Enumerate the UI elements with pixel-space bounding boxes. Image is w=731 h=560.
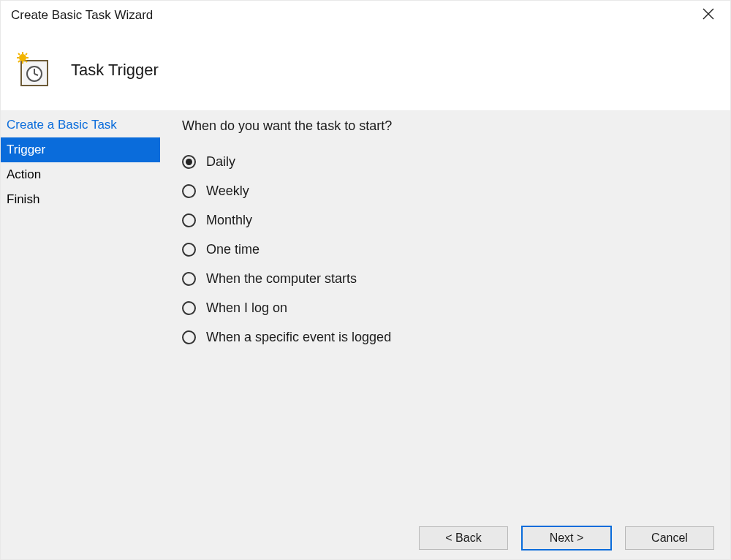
radio-icon	[182, 155, 196, 169]
page-title: Task Trigger	[71, 61, 159, 80]
close-button[interactable]	[698, 5, 719, 26]
radio-option-weekly[interactable]: Weekly	[182, 176, 710, 205]
close-icon	[702, 7, 715, 23]
wizard-footer: < Back Next > Cancel	[1, 517, 730, 559]
back-button[interactable]: < Back	[419, 526, 508, 550]
radio-icon	[182, 301, 196, 315]
radio-label: One time	[206, 242, 260, 257]
radio-label: Weekly	[206, 183, 249, 199]
radio-label: When I log on	[206, 300, 287, 316]
trigger-question: When do you want the task to start?	[182, 118, 710, 134]
titlebar: Create Basic Task Wizard	[1, 1, 730, 30]
radio-icon	[182, 243, 196, 257]
radio-option-monthly[interactable]: Monthly	[182, 205, 710, 235]
step-create-basic-task[interactable]: Create a Basic Task	[1, 113, 160, 137]
radio-option-log-on[interactable]: When I log on	[182, 293, 710, 322]
radio-option-daily[interactable]: Daily	[182, 147, 710, 176]
radio-option-specific-event[interactable]: When a specific event is logged	[182, 322, 710, 352]
step-action: Action	[1, 162, 160, 187]
wizard-window: Create Basic Task Wizard Task Trigger Cr…	[0, 0, 731, 560]
window-title: Create Basic Task Wizard	[11, 8, 153, 23]
radio-label: Daily	[206, 154, 235, 170]
radio-option-one-time[interactable]: One time	[182, 235, 710, 264]
step-trigger[interactable]: Trigger	[1, 137, 160, 162]
cancel-button[interactable]: Cancel	[625, 526, 714, 550]
wizard-body: Create a Basic Task Trigger Action Finis…	[1, 110, 730, 517]
wizard-header: Task Trigger	[1, 30, 730, 110]
radio-icon	[182, 184, 196, 198]
step-finish: Finish	[1, 187, 160, 212]
radio-icon	[182, 272, 196, 286]
radio-icon	[182, 330, 196, 344]
radio-label: When the computer starts	[206, 271, 357, 287]
radio-option-computer-starts[interactable]: When the computer starts	[182, 264, 710, 293]
radio-label: Monthly	[206, 213, 252, 228]
radio-icon	[182, 213, 196, 227]
trigger-content: When do you want the task to start? Dail…	[160, 111, 730, 517]
wizard-steps: Create a Basic Task Trigger Action Finis…	[1, 111, 160, 517]
radio-label: When a specific event is logged	[206, 330, 391, 345]
calendar-clock-icon	[14, 50, 53, 90]
next-button[interactable]: Next >	[521, 526, 612, 550]
svg-point-6	[19, 54, 26, 61]
